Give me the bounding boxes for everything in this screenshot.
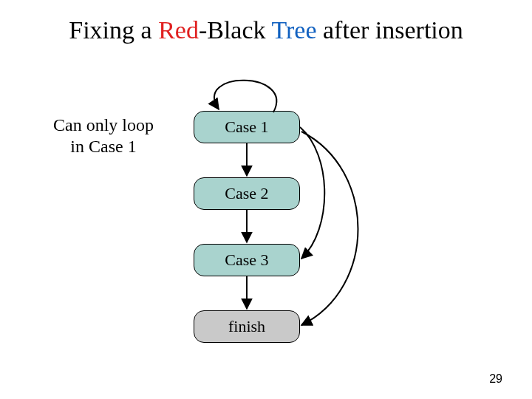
slide-title: Fixing a Red-Black Tree after insertion — [0, 16, 532, 44]
node-finish: finish — [194, 310, 300, 343]
title-word-tree: Tree — [271, 16, 316, 44]
loop-annotation: Can only loop in Case 1 — [37, 115, 170, 157]
node-case-3-label: Case 3 — [225, 250, 268, 270]
edge-case1-to-case3 — [300, 127, 324, 259]
node-case-2: Case 2 — [194, 177, 300, 210]
edge-case1-to-finish — [301, 132, 358, 325]
title-word-black: Black — [207, 16, 265, 44]
node-case-1-label: Case 1 — [225, 117, 268, 137]
title-hyphen: - — [199, 16, 207, 44]
loop-annotation-line1: Can only loop — [37, 115, 170, 136]
loop-annotation-line2: in Case 1 — [37, 136, 170, 157]
title-suffix: after insertion — [317, 16, 463, 44]
node-case-2-label: Case 2 — [225, 184, 268, 203]
title-prefix: Fixing a — [69, 16, 158, 44]
node-case-1: Case 1 — [194, 111, 300, 143]
slide-number: 29 — [489, 372, 502, 386]
edge-case1-self-loop — [214, 81, 276, 112]
title-word-red: Red — [158, 16, 199, 44]
node-case-3: Case 3 — [194, 244, 300, 276]
node-finish-label: finish — [228, 317, 265, 336]
